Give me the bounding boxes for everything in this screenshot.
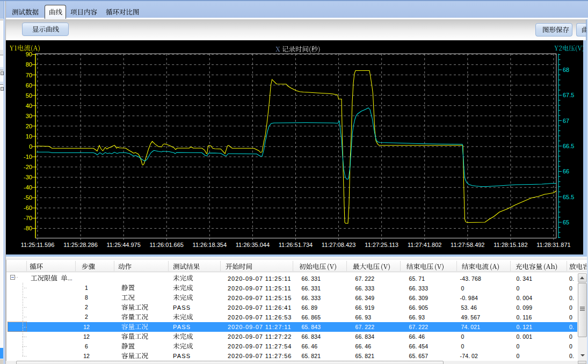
svg-text:68: 68 — [563, 67, 569, 73]
svg-text:10: 10 — [26, 133, 32, 140]
svg-text:-40: -40 — [24, 184, 32, 191]
svg-text:11:25:28.286: 11:25:28.286 — [63, 242, 97, 248]
svg-text:90: 90 — [26, 51, 32, 57]
svg-text:60: 60 — [26, 82, 32, 89]
svg-text:66: 66 — [563, 168, 569, 174]
svg-text:50: 50 — [26, 92, 32, 99]
svg-text:11:25:11.596: 11:25:11.596 — [21, 242, 55, 248]
svg-text:20: 20 — [26, 123, 32, 129]
svg-text:65: 65 — [563, 219, 569, 225]
svg-text:66.5: 66.5 — [563, 143, 574, 149]
svg-text:70: 70 — [26, 72, 32, 78]
svg-text:-70: -70 — [24, 215, 32, 221]
svg-text:-20: -20 — [24, 164, 32, 170]
svg-text:11:26:35.044: 11:26:35.044 — [236, 242, 270, 248]
svg-text:67.5: 67.5 — [563, 92, 574, 98]
svg-text:11:26:51.734: 11:26:51.734 — [279, 242, 313, 248]
svg-text:-60: -60 — [24, 205, 32, 211]
svg-text:30: 30 — [26, 113, 32, 119]
svg-text:11:27:25.113: 11:27:25.113 — [365, 242, 398, 248]
svg-text:-50: -50 — [24, 194, 32, 201]
svg-text:11:26:18.354: 11:26:18.354 — [193, 242, 227, 248]
svg-text:11:27:58.492: 11:27:58.492 — [451, 242, 484, 248]
svg-text:11:28:31.871: 11:28:31.871 — [536, 242, 570, 248]
svg-text:40: 40 — [26, 103, 32, 109]
svg-text:11:28:15.182: 11:28:15.182 — [493, 242, 527, 248]
svg-text:65.5: 65.5 — [563, 194, 574, 200]
svg-text:11:25:44.975: 11:25:44.975 — [106, 242, 140, 248]
svg-text:80: 80 — [26, 61, 32, 68]
svg-text:11:27:08.423: 11:27:08.423 — [322, 242, 355, 248]
svg-text:-10: -10 — [24, 154, 32, 160]
svg-text:0: 0 — [29, 143, 32, 150]
svg-text:11:26:01.665: 11:26:01.665 — [150, 242, 184, 248]
svg-text:11:27:41.802: 11:27:41.802 — [408, 242, 441, 248]
svg-text:-80: -80 — [24, 225, 32, 231]
svg-text:-30: -30 — [24, 174, 32, 180]
svg-text:67: 67 — [563, 118, 569, 124]
